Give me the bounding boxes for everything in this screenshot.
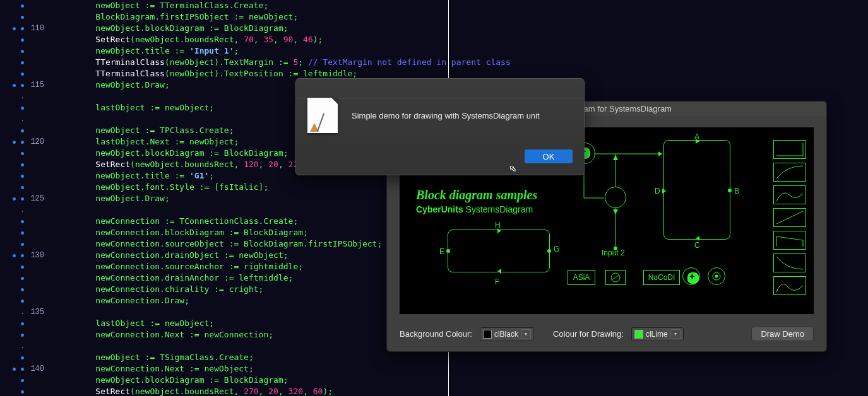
plot-thumb-1[interactable] bbox=[773, 140, 806, 159]
svg-marker-7 bbox=[613, 155, 618, 160]
label-h: H bbox=[495, 221, 501, 230]
label-e: E bbox=[439, 247, 444, 256]
controls-row: Background Colour: clBlack ▾ Colour for … bbox=[387, 322, 826, 351]
label-f: F bbox=[495, 277, 499, 286]
swatch-black bbox=[483, 330, 492, 339]
label-a: A bbox=[694, 132, 699, 141]
plot-thumb-6[interactable] bbox=[773, 253, 806, 272]
message-dialog[interactable]: Simple demo for drawing with SystemsDiag… bbox=[295, 78, 585, 175]
plot-thumb-2[interactable] bbox=[773, 163, 806, 182]
draw-colour-label: Colour for Drawing: bbox=[553, 329, 624, 339]
svg-line-14 bbox=[776, 211, 803, 224]
plot-thumb-7[interactable] bbox=[773, 276, 806, 295]
code-line[interactable]: newObject := TTerminalClass.Create; bbox=[76, 0, 448, 11]
pi-icon[interactable] bbox=[708, 267, 725, 285]
bg-colour-value: clBlack bbox=[494, 330, 518, 339]
plot-thumb-5[interactable] bbox=[773, 231, 806, 250]
draw-demo-button[interactable]: Draw Demo bbox=[751, 327, 814, 341]
code-line[interactable]: newObject.blockDiagram := BlockDiagram; bbox=[76, 375, 448, 386]
dialog-message: Simple demo for drawing with SystemsDiag… bbox=[352, 111, 540, 120]
diagram-subtitle-rest: SystemsDiagram bbox=[463, 204, 533, 214]
block-abcd bbox=[663, 140, 730, 240]
label-g: G bbox=[554, 245, 559, 253]
svg-point-13 bbox=[715, 275, 718, 278]
diagram-subtitle-bold: CyberUnits bbox=[416, 204, 463, 214]
code-line[interactable]: BlockDiagram.firstIPSObject := newObject… bbox=[76, 11, 448, 23]
sigma-icon[interactable] bbox=[682, 267, 700, 285]
gutter: 110115..120125.130.135.140 bbox=[0, 0, 44, 396]
code-line[interactable]: newObject.blockDiagram := BlockDiagram; bbox=[76, 23, 448, 34]
label-b: B bbox=[734, 187, 739, 195]
code-line[interactable]: SetRect(newObject.boundsRect, 270, 20, 3… bbox=[76, 386, 448, 396]
ok-button[interactable]: OK bbox=[525, 149, 573, 163]
bg-colour-label: Background Colour: bbox=[400, 329, 472, 339]
swatch-lime bbox=[634, 330, 643, 339]
svg-marker-6 bbox=[658, 151, 662, 156]
chevron-down-icon: ▾ bbox=[670, 329, 681, 339]
button-nocodi[interactable]: NoCoDI bbox=[643, 270, 680, 285]
button-circle-1[interactable] bbox=[605, 270, 626, 285]
plot-thumb-3[interactable] bbox=[773, 185, 806, 204]
label-d: D bbox=[655, 187, 660, 195]
code-editor[interactable]: 110115..120125.130.135.140 newObject := … bbox=[0, 0, 449, 396]
diagram-subtitle: CyberUnits SystemsDiagram bbox=[416, 204, 533, 214]
svg-line-11 bbox=[612, 275, 619, 280]
svg-marker-8 bbox=[613, 209, 618, 214]
button-asia-label: ASiA bbox=[573, 273, 590, 282]
chevron-down-icon: ▾ bbox=[521, 329, 531, 339]
label-input2: Input 2 bbox=[602, 248, 625, 257]
draw-demo-label: Draw Demo bbox=[761, 329, 804, 339]
code-line[interactable]: TTerminalClass(newObject).TextMargin := … bbox=[76, 57, 448, 68]
button-asia[interactable]: ASiA bbox=[568, 270, 595, 285]
block-efgh bbox=[448, 230, 550, 272]
label-c: C bbox=[694, 241, 700, 250]
code-line[interactable]: SetRect(newObject.boundsRect, 70, 35, 90… bbox=[76, 34, 448, 45]
draw-colour-select[interactable]: clLime ▾ bbox=[631, 327, 684, 341]
bg-colour-select[interactable]: clBlack ▾ bbox=[480, 327, 534, 341]
app-icon bbox=[307, 98, 338, 133]
code-line[interactable]: newObject.title := 'Input 1'; bbox=[76, 45, 448, 57]
ok-label: OK bbox=[543, 152, 555, 161]
button-nocodi-label: NoCoDI bbox=[648, 273, 675, 282]
plot-thumb-4[interactable] bbox=[773, 208, 806, 227]
code-line[interactable]: newObject := TSigmaClass.Create; bbox=[76, 352, 448, 363]
draw-colour-value: clLime bbox=[646, 330, 668, 339]
diagram-title: Block diagram samples bbox=[416, 188, 537, 202]
code-line[interactable]: newConnection.Next := newObject; bbox=[76, 363, 448, 375]
